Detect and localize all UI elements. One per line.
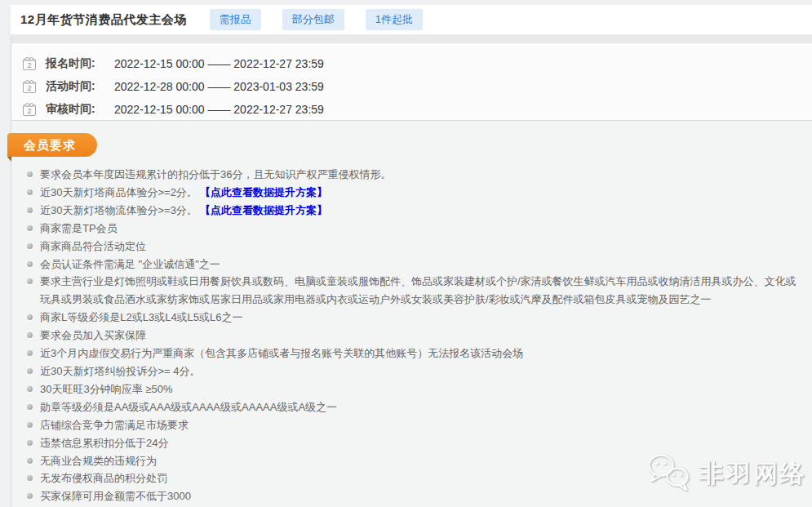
requirement-item: 违禁信息累积扣分低于24分 [27,434,805,452]
schedule-label: 活动时间: [46,79,101,94]
ribbon-fold [7,157,11,162]
data-improvement-link[interactable]: 【点此查看数据提升方案】 [200,204,327,216]
badge-group: 需报品 部分包邮 1件起批 [210,9,423,30]
requirement-item: 近30天新灯塔商品体验分>=2分。【点此查看数据提升方案】 [27,184,805,202]
requirement-item: 30天旺旺3分钟响应率 ≥50% [27,380,805,398]
schedule-panel: 2 报名时间: 2022-12-15 00:00 —— 2022-12-27 2… [11,43,812,121]
requirement-item: 会员认证条件需满足 "企业诚信通"之一 [27,256,805,274]
requirement-item: 近3个月内虚假交易行为严重商家（包含其多店铺或者与报名账号关联的其他账号）无法报… [27,345,805,362]
requirement-item: 无发布侵权商品的积分处罚 [27,469,805,487]
requirement-item: 无商业合规类的违规行为 [27,452,805,470]
section-title-ribbon: 会员要求 [7,133,97,157]
schedule-value: 2022-12-28 00:00 —— 2023-01-03 23:59 [114,80,324,93]
requirement-item: 要求会员加入买家保障 [27,327,805,345]
schedule-value: 2022-12-15 00:00 —— 2022-12-27 23:59 [114,57,324,70]
requirement-item: 买家保障可用金额需不低于3000 [27,487,805,505]
calendar-icon: 2 [23,105,36,116]
schedule-label: 报名时间: [46,56,101,71]
schedule-label: 审核时间: [46,102,101,117]
requirement-item: 商家需是TP会员 [27,220,805,238]
page: 12月年货节消费品代发主会场 需报品 部分包邮 1件起批 2 报名时间: 202… [0,0,812,507]
requirements-list: 要求会员本年度因违规累计的扣分低于36分，且无知识产权严重侵权情形。 近30天新… [27,166,805,505]
requirement-item: 要求会员本年度因违规累计的扣分低于36分，且无知识产权严重侵权情形。 [27,166,805,184]
schedule-row-review: 2 审核时间: 2022-12-15 00:00 —— 2022-12-27 2… [23,98,812,121]
badge-partial-free-shipping: 部分包邮 [282,9,344,30]
schedule-row-signup: 2 报名时间: 2022-12-15 00:00 —— 2022-12-27 2… [23,52,812,75]
requirement-item: 商家L等级必须是L2或L3或L4或L5或L6之一 [27,309,805,327]
requirement-item: 商家商品符合活动定位 [27,238,805,256]
badge-need-report: 需报品 [210,9,261,30]
calendar-icon: 2 [23,82,36,93]
data-improvement-link[interactable]: 【点此查看数据提升方案】 [200,186,327,198]
title-bar: 12月年货节消费品代发主会场 需报品 部分包邮 1件起批 [11,5,812,35]
schedule-row-activity: 2 活动时间: 2022-12-28 00:00 —— 2023-01-03 2… [23,75,812,98]
requirement-item: 店铺综合竞争力需满足市场要求 [27,416,805,434]
requirement-item: 要求主营行业是灯饰照明或鞋或日用餐厨饮具或数码、电脑或童装或服饰配件、饰品或家装… [27,273,805,309]
page-title: 12月年货节消费品代发主会场 [20,12,187,28]
separator-band [11,35,812,43]
requirement-item: 近30天新灯塔纠纷投诉分>= 4分。 [27,362,805,380]
badge-min-batch: 1件起批 [366,9,423,30]
requirement-item: 近30天新灯塔物流体验分>=3分。【点此查看数据提升方案】 [27,202,805,220]
schedule-value: 2022-12-15 00:00 —— 2022-12-27 23:59 [114,103,324,116]
calendar-icon: 2 [23,59,36,70]
requirement-item: 勋章等级必须是AA级或AAA级或AAAA级或AAAAA级或A级之一 [27,398,805,416]
